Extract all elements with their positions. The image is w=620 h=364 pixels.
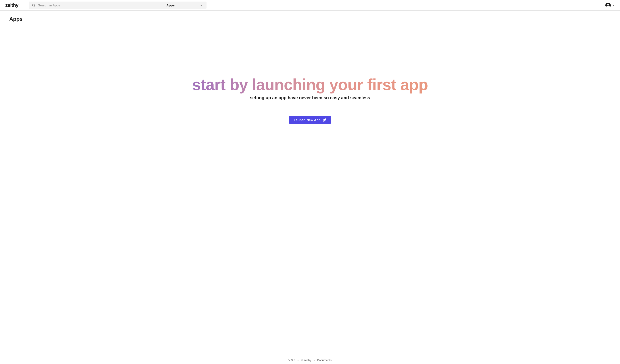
main-content: start by launching your first app settin… (0, 27, 620, 146)
brand-logo: zelthy (5, 2, 18, 8)
svg-point-0 (32, 4, 34, 6)
launch-button-label: Launch New App (294, 118, 320, 122)
chevron-down-icon (200, 4, 202, 7)
search-container: Apps (29, 1, 206, 9)
svg-line-1 (34, 6, 35, 6)
filter-label: Apps (166, 3, 175, 7)
launch-new-app-button[interactable]: Launch New App (289, 116, 331, 124)
app-header: zelthy Apps (0, 0, 620, 11)
user-menu[interactable] (605, 3, 615, 8)
chevron-down-icon (612, 4, 615, 7)
page-title: Apps (0, 11, 620, 27)
hero-title: start by launching your first app (192, 76, 428, 93)
search-input[interactable] (38, 3, 159, 7)
search-icon (32, 4, 35, 7)
search-box[interactable] (29, 1, 162, 9)
hero-subtitle: setting up an app have never been so eas… (250, 95, 370, 100)
avatar-icon (605, 3, 611, 8)
svg-point-3 (607, 4, 609, 5)
rocket-icon (323, 118, 326, 122)
search-filter-dropdown[interactable]: Apps (162, 1, 206, 9)
